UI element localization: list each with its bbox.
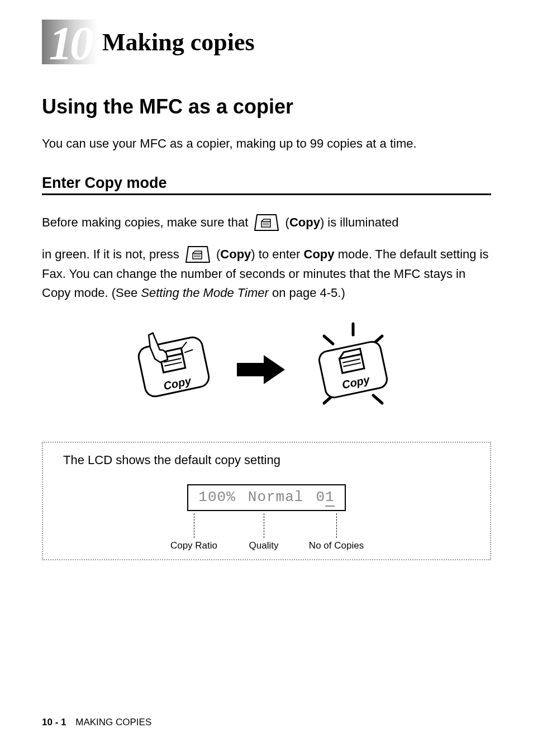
leader-line [194,513,194,538]
leader-line [264,513,264,538]
press-copy-button-illustration: Copy [130,325,219,417]
body-paragraph-1: Before making copies, make sure that (Co… [42,213,491,233]
illustration-row: Copy [42,319,491,422]
subsection-heading: Enter Copy mode [42,174,491,192]
page-footer: 10 - 1 MAKING COPIES [42,717,151,728]
section-heading: Using the MFC as a copier [42,95,491,119]
text: ( [285,215,289,229]
lcd-box-heading: The LCD shows the default copy setting [63,453,477,467]
callout-quality: Quality [241,513,286,551]
arrow-right-icon [236,353,286,389]
lcd-copies-last-digit: 1 [325,489,335,507]
callout-ratio-label: Copy Ratio [170,540,217,551]
text: Before making copies, make sure that [42,215,251,229]
callout-ratio: Copy Ratio [169,513,219,551]
callout-copies-label: No of Copies [309,540,364,551]
callout-quality-label: Quality [249,540,279,551]
text: on page 4-5.) [269,286,345,300]
svg-rect-0 [261,221,270,227]
illuminated-copy-button-illustration: Copy [303,319,403,422]
lcd-quality-value: Normal [248,489,304,507]
copy-label: Copy [289,215,320,229]
copy-key-icon [185,245,211,264]
text: in green. If it is not, press [42,247,183,261]
copy-mode-label: Copy [304,247,335,261]
body-paragraph-2: in green. If it is not, press (Copy) to … [42,245,491,303]
text: ) to enter [251,247,303,261]
chapter-header: 10 Making copies [42,20,491,64]
lcd-callouts: Copy Ratio Quality No of Copies [169,513,364,551]
lcd-explainer-box: The LCD shows the default copy setting 1… [42,442,491,560]
leader-line [336,513,337,538]
callout-copies: No of Copies [308,513,364,551]
chapter-title: Making copies [102,28,255,56]
cross-reference: Setting the Mode Timer [141,286,268,300]
chapter-number-badge: 10 [42,20,98,64]
svg-line-13 [324,336,333,344]
subsection-rule [42,193,491,195]
lcd-copies-value: 01 [316,489,334,507]
svg-line-16 [373,395,382,403]
running-header: MAKING COPIES [75,717,151,727]
lcd-display: 100% Normal 01 [187,484,345,511]
lcd-ratio-value: 100% [198,489,235,507]
copy-key-icon [254,214,279,233]
svg-rect-3 [193,253,202,259]
svg-rect-17 [317,341,388,399]
text: ) is illuminated [320,215,399,229]
copy-label: Copy [220,247,251,261]
lcd-copies-first-digit: 0 [316,489,325,505]
intro-paragraph: You can use your MFC as a copier, making… [42,135,491,152]
chapter-number: 10 [49,20,91,67]
page-number: 10 - 1 [42,717,66,727]
